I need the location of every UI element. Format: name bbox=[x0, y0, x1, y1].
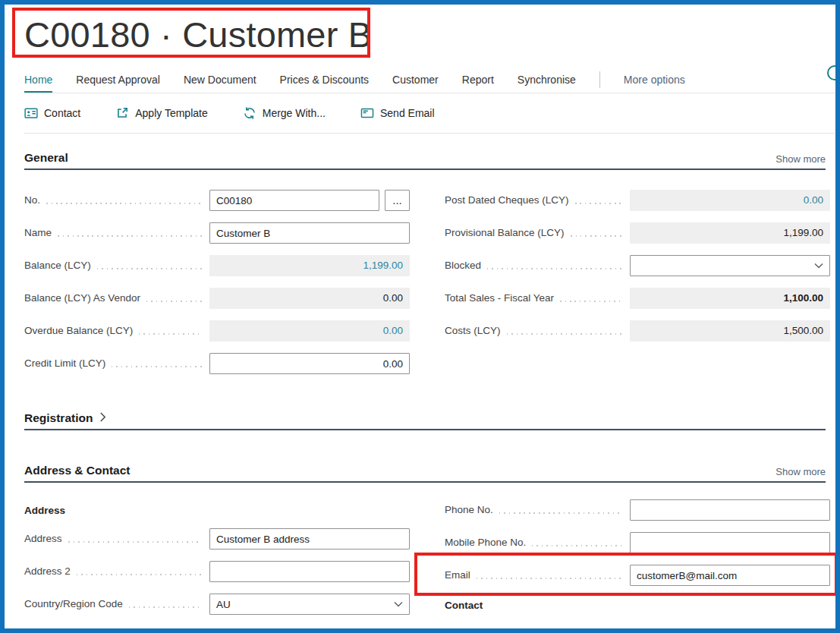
tab-new-document[interactable]: New Document bbox=[184, 70, 256, 93]
field-label-mobile-phone-no: Mobile Phone No. bbox=[445, 532, 526, 553]
field-label-blocked: Blocked bbox=[445, 255, 481, 276]
apply-template-button[interactable]: Apply Template bbox=[115, 106, 207, 120]
field-label-balance-lcy-as-vendor: Balance (LCY) As Vendor bbox=[24, 288, 140, 309]
dotted-leader bbox=[146, 301, 202, 302]
field-input-mobile-phone-no[interactable] bbox=[630, 532, 830, 553]
action-label: Merge With... bbox=[263, 107, 326, 119]
dropdown-value-country-region-code: AU bbox=[216, 599, 231, 610]
field-input-email[interactable] bbox=[630, 565, 830, 586]
field-label-address: Address bbox=[24, 528, 62, 550]
tab-synchronise[interactable]: Synchronise bbox=[518, 70, 576, 93]
field-label-provisional-balance-lcy: Provisional Balance (LCY) bbox=[445, 222, 565, 244]
field-value-total-sales-fiscal-year: 1,100.00 bbox=[630, 288, 830, 309]
field-input-address-2[interactable] bbox=[209, 561, 410, 582]
address-group-label: Address bbox=[24, 502, 410, 519]
ribbon-divider bbox=[599, 71, 600, 88]
customer-card-window: C00180 · Customer B Home Request Approva… bbox=[0, 0, 840, 633]
more-options-button[interactable]: More options bbox=[624, 70, 685, 93]
action-bar: Contact Apply Template Merge With... bbox=[24, 93, 835, 134]
field-row-country-region-code: Country/Region CodeAU bbox=[24, 594, 410, 615]
dotted-leader bbox=[507, 333, 622, 335]
contact-group-label: Contact bbox=[445, 597, 830, 614]
general-section-title: General bbox=[24, 151, 68, 165]
dotted-leader bbox=[560, 301, 622, 302]
contact-card-icon bbox=[24, 106, 38, 120]
section-address-contact: Address & Contact Show more Address Addr… bbox=[24, 464, 826, 626]
tab-request-approval[interactable]: Request Approval bbox=[76, 70, 160, 93]
dotted-leader bbox=[139, 333, 202, 335]
dropdown-blocked[interactable] bbox=[630, 255, 830, 276]
field-row-name: Name bbox=[24, 222, 410, 244]
field-control-costs-lcy: 1,500.00 bbox=[630, 320, 830, 342]
page-title: C00180 · Customer B bbox=[24, 12, 826, 58]
general-left-column: No....NameBalance (LCY)1,199.00Balance (… bbox=[24, 190, 410, 386]
dotted-leader bbox=[487, 268, 622, 269]
dotted-leader bbox=[575, 203, 622, 204]
general-right-column: Post Dated Cheques (LCY)0.00Provisional … bbox=[445, 190, 830, 386]
field-row-mobile-phone-no: Mobile Phone No. bbox=[445, 532, 830, 553]
field-control-address-2 bbox=[209, 561, 410, 582]
field-row-credit-limit-lcy: Credit Limit (LCY) bbox=[24, 353, 410, 374]
action-label: Contact bbox=[44, 107, 80, 119]
address-show-more-link[interactable]: Show more bbox=[776, 466, 826, 477]
field-row-provisional-balance-lcy: Provisional Balance (LCY)1,199.00 bbox=[445, 222, 830, 244]
apply-template-icon bbox=[115, 106, 129, 120]
field-row-address-2: Address 2 bbox=[24, 561, 410, 582]
field-row-address: Address bbox=[24, 528, 410, 550]
field-label-post-dated-cheques-lcy: Post Dated Cheques (LCY) bbox=[445, 190, 569, 211]
field-label-balance-lcy: Balance (LCY) bbox=[24, 255, 91, 276]
send-email-button[interactable]: Send Email bbox=[360, 106, 435, 120]
field-control-credit-limit-lcy bbox=[209, 353, 410, 374]
field-label-country-region-code: Country/Region Code bbox=[24, 594, 123, 615]
field-control-email bbox=[630, 565, 830, 586]
dropdown-country-region-code[interactable]: AU bbox=[209, 594, 410, 615]
registration-section-header[interactable]: Registration bbox=[24, 411, 826, 430]
clipped-edge-icon bbox=[827, 65, 840, 80]
assist-edit-button[interactable]: ... bbox=[385, 190, 410, 211]
field-input-address[interactable] bbox=[209, 528, 410, 550]
address-left-rows: AddressAddress 2Country/Region CodeAU bbox=[24, 528, 410, 615]
field-value-balance-lcy[interactable]: 1,199.00 bbox=[209, 255, 410, 276]
field-value-costs-lcy: 1,500.00 bbox=[630, 320, 830, 342]
tab-home[interactable]: Home bbox=[24, 70, 52, 93]
field-input-name[interactable] bbox=[209, 222, 410, 244]
field-control-post-dated-cheques-lcy: 0.00 bbox=[630, 190, 830, 211]
field-label-costs-lcy: Costs (LCY) bbox=[445, 320, 501, 342]
general-show-more-link[interactable]: Show more bbox=[776, 153, 826, 165]
field-control-total-sales-fiscal-year: 1,100.00 bbox=[630, 288, 830, 309]
field-control-no: ... bbox=[209, 190, 410, 211]
field-row-no: No.... bbox=[24, 190, 410, 211]
field-row-total-sales-fiscal-year: Total Sales - Fiscal Year1,100.00 bbox=[445, 288, 830, 309]
action-label: Send Email bbox=[380, 107, 435, 119]
dotted-leader bbox=[68, 541, 202, 543]
contact-button[interactable]: Contact bbox=[24, 106, 80, 120]
merge-with-button[interactable]: Merge With... bbox=[243, 106, 326, 120]
tab-report[interactable]: Report bbox=[462, 70, 494, 93]
section-general: General Show more No....NameBalance (LCY… bbox=[24, 151, 826, 386]
field-row-email: Email bbox=[445, 565, 830, 586]
field-control-phone-no bbox=[630, 499, 830, 521]
dotted-leader bbox=[97, 268, 202, 269]
field-input-no[interactable] bbox=[209, 190, 379, 211]
ribbon-tabs: Home Request Approval New Document Price… bbox=[24, 70, 835, 93]
field-label-phone-no: Phone No. bbox=[445, 499, 493, 521]
address-right-column: Phone No.Mobile Phone No.Email Contact bbox=[445, 499, 830, 626]
field-label-address-2: Address 2 bbox=[24, 561, 71, 582]
chevron-down-icon bbox=[394, 601, 403, 607]
address-fields-grid: Address AddressAddress 2Country/Region C… bbox=[24, 498, 826, 626]
tab-prices-discounts[interactable]: Prices & Discounts bbox=[280, 70, 369, 93]
field-label-email: Email bbox=[445, 565, 470, 586]
general-section-header: General Show more bbox=[24, 151, 826, 170]
field-input-credit-limit-lcy[interactable] bbox=[209, 353, 410, 374]
field-control-balance-lcy-as-vendor: 0.00 bbox=[209, 288, 410, 309]
tab-customer[interactable]: Customer bbox=[392, 70, 439, 93]
dotted-leader bbox=[46, 203, 202, 204]
field-value-overdue-balance-lcy[interactable]: 0.00 bbox=[209, 320, 410, 342]
field-control-overdue-balance-lcy: 0.00 bbox=[209, 320, 410, 342]
field-input-phone-no[interactable] bbox=[630, 499, 830, 521]
field-label-credit-limit-lcy: Credit Limit (LCY) bbox=[24, 353, 105, 374]
registration-section-title: Registration bbox=[24, 411, 93, 425]
field-label-name: Name bbox=[24, 222, 52, 244]
field-row-phone-no: Phone No. bbox=[445, 499, 830, 521]
field-value-post-dated-cheques-lcy[interactable]: 0.00 bbox=[630, 190, 830, 211]
